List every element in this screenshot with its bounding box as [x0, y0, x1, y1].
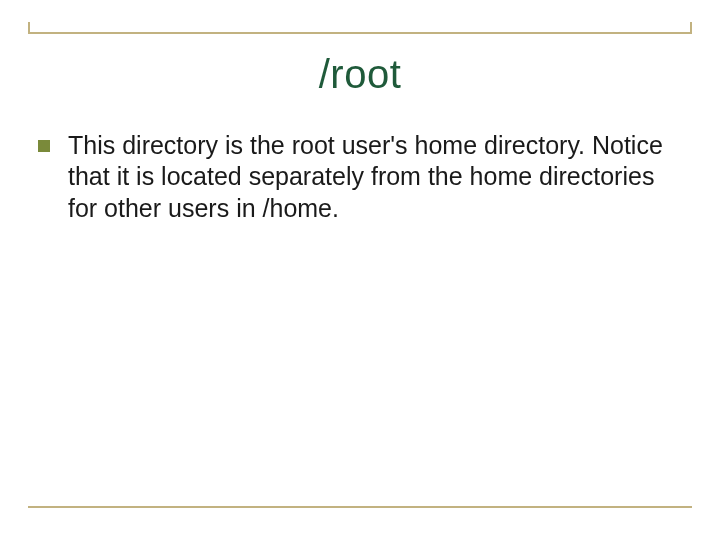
top-rule-tick-left: [28, 22, 30, 32]
slide-title: /root: [0, 52, 720, 97]
bottom-divider: [28, 506, 692, 508]
bullet-text: This directory is the root user's home d…: [68, 130, 672, 224]
top-rule-tick-right: [690, 22, 692, 32]
slide: /root This directory is the root user's …: [0, 0, 720, 540]
bullet-item: This directory is the root user's home d…: [38, 130, 672, 224]
top-divider: [28, 32, 692, 34]
square-bullet-icon: [38, 140, 50, 152]
slide-body: This directory is the root user's home d…: [38, 130, 672, 224]
